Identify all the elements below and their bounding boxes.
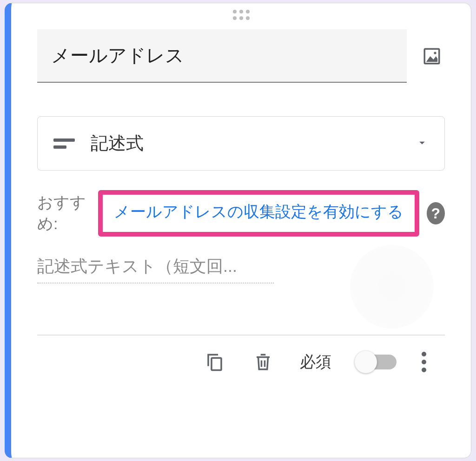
chevron-down-icon xyxy=(416,136,429,151)
add-image-button[interactable] xyxy=(419,43,445,69)
question-card: 記述式 おすすめ: メールアドレスの収集設定を有効にする ? 記述式テキスト（短… xyxy=(5,3,471,458)
answer-preview-placeholder: 記述式テキスト（短文回... xyxy=(37,255,274,283)
suggestion-label: おすすめ: xyxy=(37,192,94,235)
drag-handle-icon[interactable] xyxy=(233,10,250,20)
more-options-button[interactable] xyxy=(422,352,426,372)
image-icon xyxy=(422,46,442,66)
required-label: 必須 xyxy=(300,351,331,373)
suggestion-highlight-box: メールアドレスの収集設定を有効にする xyxy=(98,190,419,237)
enable-email-collection-link[interactable]: メールアドレスの収集設定を有効にする xyxy=(114,203,403,220)
copy-icon xyxy=(205,352,225,372)
help-button[interactable]: ? xyxy=(427,202,445,224)
question-type-select[interactable]: 記述式 xyxy=(37,116,445,171)
question-type-label: 記述式 xyxy=(91,132,400,155)
short-text-icon xyxy=(53,138,75,149)
svg-point-1 xyxy=(434,52,436,54)
title-row xyxy=(37,29,445,83)
card-content: 記述式 おすすめ: メールアドレスの収集設定を有効にする ? 記述式テキスト（短… xyxy=(11,9,471,374)
duplicate-button[interactable] xyxy=(203,350,226,374)
required-toggle[interactable] xyxy=(357,355,397,369)
svg-rect-2 xyxy=(212,358,221,370)
help-icon: ? xyxy=(431,205,441,222)
more-vertical-icon xyxy=(422,352,426,356)
suggestion-row: おすすめ: メールアドレスの収集設定を有効にする ? xyxy=(37,190,445,237)
delete-button[interactable] xyxy=(251,350,275,374)
card-footer: 必須 xyxy=(37,336,445,374)
question-title-input[interactable] xyxy=(37,29,407,83)
trash-icon xyxy=(253,352,273,372)
